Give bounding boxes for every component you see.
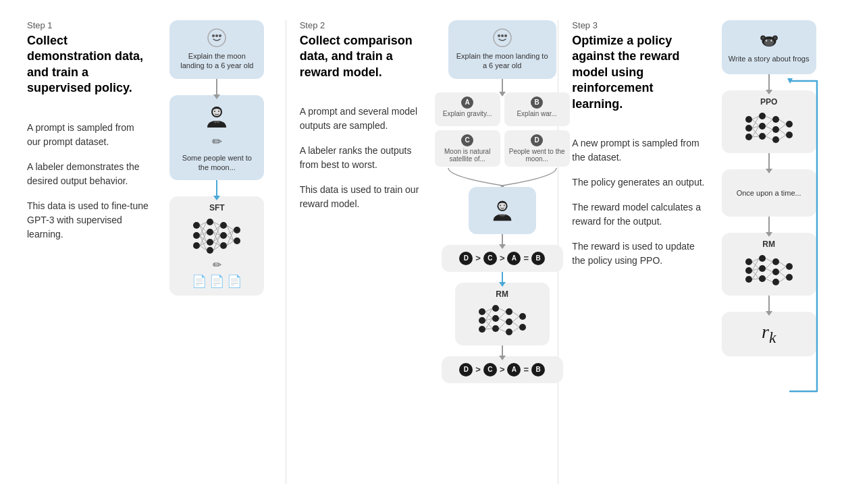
svg-point-11: [207, 219, 213, 225]
svg-line-141: [766, 279, 772, 282]
step2-diagram: Explain the moon landing to a 6 year old…: [435, 20, 570, 484]
step1-diagram: Explain the moon landing to a 6 year old: [162, 20, 272, 484]
docs-row: 📄 📄 📄: [192, 274, 242, 289]
svg-line-144: [779, 272, 786, 277]
svg-point-15: [220, 222, 227, 229]
svg-point-61: [506, 308, 512, 315]
svg-point-19: [234, 237, 240, 244]
step2-arrow4: [502, 345, 503, 356]
svg-point-57: [479, 326, 485, 333]
step3-arrow4: [768, 296, 770, 312]
svg-line-32: [213, 225, 220, 232]
svg-line-36: [213, 235, 220, 242]
svg-point-1: [212, 34, 215, 37]
step1-desc1: A prompt is sampled from our prompt data…: [27, 121, 149, 149]
svg-point-2: [215, 34, 218, 37]
svg-line-116: [779, 124, 786, 130]
svg-point-16: [220, 232, 227, 239]
rank-b2: B: [531, 363, 545, 376]
rank-c2: C: [483, 363, 497, 376]
comp-box-c: C Moon is natural satellite of...: [435, 130, 500, 167]
svg-point-99: [772, 126, 779, 133]
svg-point-123: [759, 265, 766, 272]
step2-arrow1: [502, 79, 503, 92]
step3-arrow2: [768, 153, 770, 169]
rank-a1: A: [507, 252, 521, 265]
step2-desc1: A prompt and several model outputs are s…: [300, 105, 421, 133]
step1-label: Step 1: [27, 20, 149, 30]
step3-diagram-wrapper: Write a story about frogs PPO: [720, 20, 817, 484]
svg-line-136: [752, 279, 759, 279]
svg-line-131: [752, 262, 759, 269]
svg-point-55: [479, 308, 485, 315]
svg-line-117: [779, 130, 786, 135]
svg-point-93: [745, 125, 752, 132]
step1-output-text: Some people went to the moon...: [176, 153, 257, 173]
step2-rm-box: RM: [455, 283, 550, 345]
svg-point-13: [207, 239, 213, 246]
step3-ppo-label: PPO: [760, 97, 777, 107]
step3-diagram: Write a story about frogs PPO: [720, 20, 817, 356]
svg-point-94: [745, 134, 752, 140]
svg-point-120: [745, 267, 752, 274]
comp-letter-a: A: [461, 96, 473, 109]
svg-line-137: [766, 258, 772, 262]
rank-b1: B: [531, 252, 545, 265]
comp-letter-b: B: [531, 96, 543, 109]
step2-label: Step 2: [300, 20, 421, 30]
svg-point-86: [773, 36, 776, 40]
step2-person-icon: [490, 198, 515, 223]
step3-desc1: A new prompt is sampled from the dataset…: [572, 136, 707, 165]
svg-point-96: [759, 123, 766, 130]
svg-line-139: [766, 269, 772, 272]
svg-point-0: [208, 29, 226, 47]
svg-point-53: [500, 204, 501, 206]
step2-arrow2: [502, 234, 503, 245]
svg-line-79: [512, 316, 519, 322]
step3-reward-box: rk: [722, 312, 816, 356]
comp-letter-c: C: [461, 134, 473, 146]
step2-ranking1: D > C > A = B: [442, 245, 563, 272]
svg-line-115: [779, 119, 786, 124]
pencil-icon2: ✏: [213, 258, 221, 271]
svg-line-111: [766, 119, 772, 126]
svg-point-122: [759, 255, 766, 262]
svg-line-78: [512, 312, 519, 316]
svg-point-54: [504, 204, 505, 206]
prompt-icon: [207, 28, 226, 47]
step2-prompt-icon: [493, 28, 512, 47]
svg-point-56: [479, 317, 485, 324]
step3-arrow3: [768, 217, 770, 233]
comp-letter-d: D: [531, 134, 543, 146]
svg-point-119: [745, 258, 752, 265]
step3-arrow1: [768, 74, 770, 90]
svg-point-10: [193, 242, 200, 249]
svg-line-143: [779, 267, 786, 272]
svg-point-124: [759, 275, 766, 282]
step3-prompt-text: Write a story about frogs: [729, 54, 810, 63]
frog-icon: [759, 31, 779, 50]
pencil-icon: ✏: [212, 134, 222, 149]
svg-point-97: [759, 133, 766, 140]
rank-d1: D: [459, 252, 473, 265]
svg-point-58: [492, 305, 499, 312]
svg-line-112: [766, 126, 772, 130]
step3-desc2: The policy generates an output.: [572, 175, 707, 190]
svg-point-98: [772, 116, 779, 123]
svg-point-48: [501, 34, 504, 37]
svg-point-60: [492, 325, 499, 332]
step3-rm-net: [742, 252, 796, 289]
step1-sft-box: SFT: [169, 196, 264, 296]
svg-line-72: [485, 329, 492, 329]
step1-desc2: A labeler demonstrates the desired outpu…: [27, 160, 149, 188]
svg-line-118: [779, 135, 786, 140]
comp-text-c: Moon is natural satellite of...: [439, 148, 496, 163]
person-icon: [203, 103, 230, 130]
step3-title: Optimize a policy against the reward mod…: [572, 33, 707, 112]
svg-point-92: [745, 116, 752, 123]
svg-point-8: [193, 222, 200, 229]
svg-point-14: [207, 247, 213, 254]
step2-column: Step 2 Collect comparison data, and trai…: [286, 20, 559, 484]
svg-line-113: [766, 130, 772, 136]
svg-point-101: [786, 121, 793, 128]
